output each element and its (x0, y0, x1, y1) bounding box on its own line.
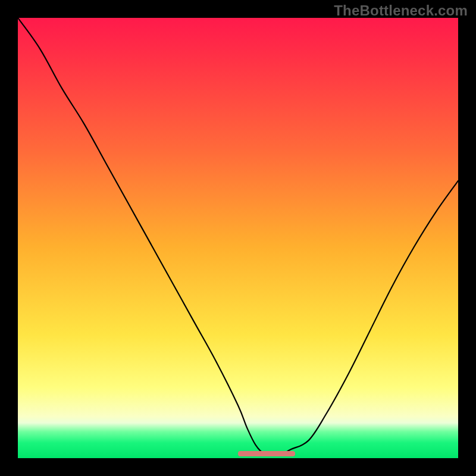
bottleneck-curve (18, 18, 458, 458)
curve-path (18, 18, 458, 455)
plot-area (18, 18, 458, 458)
chart-frame: TheBottleneck.com (0, 0, 476, 476)
optimal-region-marker (238, 451, 295, 456)
watermark-text: TheBottleneck.com (334, 2, 468, 19)
